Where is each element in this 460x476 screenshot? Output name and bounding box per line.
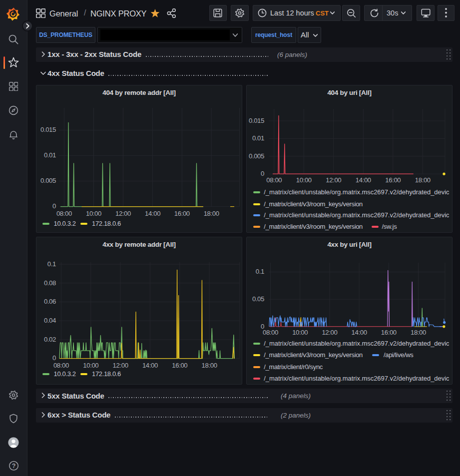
svg-text:0.015: 0.015: [249, 117, 264, 124]
svg-text:0.01: 0.01: [44, 151, 56, 159]
svg-text:16:00: 16:00: [174, 210, 190, 217]
svg-text:0.05: 0.05: [252, 295, 264, 303]
svg-text:0: 0: [52, 354, 56, 362]
svg-text:12:00: 12:00: [326, 176, 341, 184]
svg-text:08:00: 08:00: [56, 210, 72, 217]
svg-text:16:00: 16:00: [385, 176, 401, 184]
svg-text:18:00: 18:00: [415, 176, 431, 184]
svg-text:14:00: 14:00: [145, 210, 160, 217]
svg-text:14:00: 14:00: [352, 329, 367, 336]
svg-text:0: 0: [52, 202, 56, 210]
svg-text:0.06: 0.06: [44, 298, 56, 305]
svg-text:10:00: 10:00: [292, 329, 308, 336]
svg-text:18:00: 18:00: [204, 210, 219, 217]
svg-text:08:00: 08:00: [266, 176, 282, 184]
svg-text:10:00: 10:00: [86, 210, 101, 217]
svg-text:08:00: 08:00: [263, 329, 278, 336]
svg-text:16:00: 16:00: [172, 362, 187, 369]
svg-text:0.04: 0.04: [44, 317, 56, 324]
svg-text:0.08: 0.08: [44, 279, 56, 287]
svg-text:0.015: 0.015: [40, 126, 56, 133]
svg-text:18:00: 18:00: [411, 329, 426, 336]
svg-text:10:00: 10:00: [83, 362, 98, 369]
svg-text:0.005: 0.005: [249, 152, 264, 160]
svg-text:0.1: 0.1: [47, 260, 56, 268]
svg-text:0.1: 0.1: [256, 268, 264, 275]
svg-text:12:00: 12:00: [322, 329, 337, 336]
svg-text:16:00: 16:00: [381, 329, 397, 336]
svg-text:10:00: 10:00: [296, 176, 312, 184]
svg-text:0.01: 0.01: [252, 134, 264, 142]
svg-text:0.02: 0.02: [44, 336, 56, 343]
svg-text:12:00: 12:00: [113, 362, 128, 369]
svg-text:12:00: 12:00: [115, 210, 131, 217]
svg-text:14:00: 14:00: [356, 176, 371, 184]
svg-text:?: ?: [11, 463, 15, 470]
svg-text:14:00: 14:00: [142, 362, 158, 369]
svg-text:08:00: 08:00: [53, 362, 69, 369]
svg-text:0.005: 0.005: [40, 177, 56, 184]
svg-text:18:00: 18:00: [202, 362, 217, 369]
svg-text:0: 0: [261, 170, 264, 177]
